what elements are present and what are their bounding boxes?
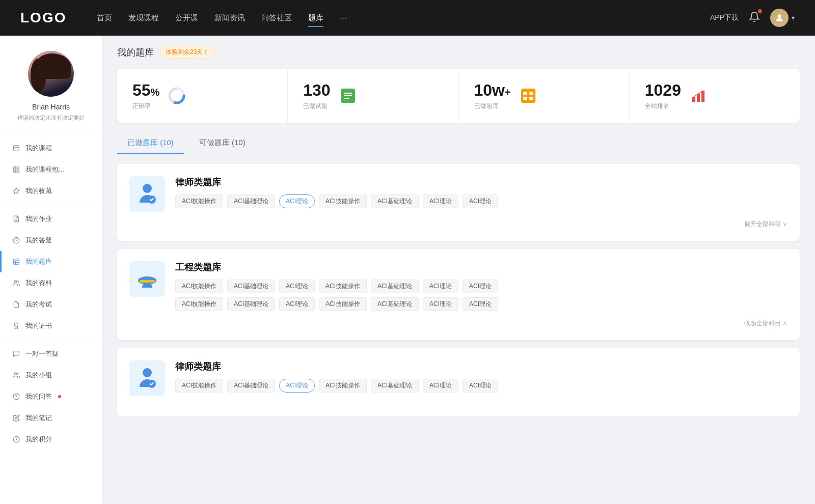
eng-tag-0[interactable]: ACI技能操作 [175,279,223,293]
sidebar-item-course-package[interactable]: 我的课程包... [0,159,102,180]
nav-home[interactable]: 首页 [97,11,112,25]
logo[interactable]: LOGO [20,10,66,26]
eng-tag-12[interactable]: ACI理论 [423,297,458,311]
qbank-card-engineer: 工程类题库 ACI技能操作 ACI基础理论 ACI理论 ACI技能操作 ACI基… [117,249,800,340]
list-icon [339,87,357,105]
sidebar-menu: 我的课程 我的课程包... 我的收藏 我的作业 [0,132,102,455]
svg-marker-7 [13,188,19,193]
stat-accuracy-value-wrap: 55% 正确率 [132,81,159,110]
law2-tag-4[interactable]: ACI基础理论 [371,379,419,393]
sidebar-item-my-qa[interactable]: 我的问答 [0,386,102,407]
eng-tag-7[interactable]: ACI技能操作 [175,297,223,311]
qbank-card-header: 律师类题库 ACI技能操作 ACI基础理论 ACI理论 ACI技能操作 ACI基… [129,176,787,212]
tag-1[interactable]: ACI基础理论 [227,194,275,208]
law2-tag-2-active[interactable]: ACI理论 [279,379,315,393]
svg-point-18 [14,373,17,375]
tag-6[interactable]: ACI理论 [463,194,498,208]
qbank-card-title-1: 律师类题库 [175,176,787,188]
svg-rect-1 [14,146,19,151]
app-download-button[interactable]: APP下载 [710,13,739,22]
qbank-icon [12,258,20,266]
sidebar-item-1on1[interactable]: 一对一答疑 [0,343,102,365]
oneone-icon [12,350,20,358]
stat-ranking-label: 全站排名 [645,102,681,110]
stat-accuracy-value: 55% [132,81,159,100]
qbank-tags-row-3: ACI技能操作 ACI基础理论 ACI理论 ACI技能操作 ACI基础理论 AC… [175,379,787,393]
tag-5[interactable]: ACI理论 [423,194,458,208]
qbank-tags-row-2b: ACI技能操作 ACI基础理论 ACI理论 ACI技能操作 ACI基础理论 AC… [175,297,787,311]
avatar [770,9,789,27]
divider [0,205,102,205]
navbar-right: APP下载 ▾ [710,9,795,27]
trial-badge: 体验剩余23天！ [160,46,214,59]
tag-3[interactable]: ACI技能操作 [319,194,367,208]
tag-4[interactable]: ACI基础理论 [371,194,419,208]
question-icon [12,236,20,244]
eng-tag-9[interactable]: ACI理论 [279,297,315,311]
expand-link-1[interactable]: 展开全部科目 ∨ [129,220,787,229]
nav-qa[interactable]: 问答社区 [261,11,292,25]
law2-tag-6[interactable]: ACI理论 [463,379,498,393]
sidebar-item-notes[interactable]: 我的笔记 [0,407,102,429]
qbank-lawyer2-header: 律师类题库 ACI技能操作 ACI基础理论 ACI理论 ACI技能操作 ACI基… [129,360,787,396]
sidebar-item-my-course[interactable]: 我的课程 [0,137,102,159]
sidebar-item-favorites[interactable]: 我的收藏 [0,180,102,202]
eng-tag-3[interactable]: ACI技能操作 [319,279,367,293]
qbank-tags-row-1: ACI技能操作 ACI基础理论 ACI理论 ACI技能操作 ACI基础理论 AC… [175,194,787,208]
qbank-lawyer2-title-section: 律师类题库 ACI技能操作 ACI基础理论 ACI理论 ACI技能操作 ACI基… [175,360,787,393]
qbank-icon-lawyer-2 [129,360,165,396]
eng-tag-8[interactable]: ACI基础理论 [227,297,275,311]
sidebar-item-exam[interactable]: 我的考试 [0,294,102,315]
tab-done-banks[interactable]: 已做题库 (10) [117,133,184,153]
tag-2-active[interactable]: ACI理论 [279,194,315,208]
nav-news[interactable]: 新闻资讯 [214,11,245,25]
tabs-row: 已做题库 (10) 可做题库 (10) [117,133,800,154]
collapse-link-2[interactable]: 收起全部科目 ∧ [129,319,787,328]
qbank-icon-lawyer [129,176,165,212]
sidebar-item-qbank[interactable]: 我的题库 [0,251,102,272]
ranking-chart-icon [689,87,708,105]
sidebar: Brian Harris 错误的决定比没有决定要好 我的课程 我的课程包... [0,36,102,504]
notification-bell-button[interactable] [749,11,760,24]
sidebar-item-group[interactable]: 我的小组 [0,365,102,386]
stat-ranking: 1029 全站排名 [630,69,800,123]
stats-row: 55% 正确率 130 已做试题 [117,69,800,123]
profile-icon [12,279,20,287]
eng-tag-11[interactable]: ACI基础理论 [371,297,419,311]
law2-tag-0[interactable]: ACI技能操作 [175,379,223,393]
eng-tag-1[interactable]: ACI基础理论 [227,279,275,293]
certificate-icon [12,322,20,330]
profile-motto: 错误的决定比没有决定要好 [17,114,85,122]
nav-open-course[interactable]: 公开课 [175,11,198,25]
svg-rect-32 [523,97,527,100]
eng-tag-10[interactable]: ACI技能操作 [319,297,367,311]
nav-more[interactable]: ··· [340,11,346,25]
sidebar-item-points[interactable]: 我的积分 [0,429,102,450]
law2-tag-5[interactable]: ACI理论 [423,379,458,393]
eng-tag-13[interactable]: ACI理论 [463,297,498,311]
stat-ranking-value: 1029 [645,81,681,100]
law2-tag-3[interactable]: ACI技能操作 [319,379,367,393]
eng-tag-5[interactable]: ACI理论 [423,279,458,293]
nav-discover[interactable]: 发现课程 [128,11,159,25]
table-icon [519,87,537,105]
sidebar-item-qa[interactable]: 我的答疑 [0,230,102,251]
eng-tag-6[interactable]: ACI理论 [463,279,498,293]
course-package-icon [12,165,20,174]
tag-0[interactable]: ACI技能操作 [175,194,223,208]
svg-point-0 [778,14,781,18]
group-icon [12,371,20,379]
sidebar-item-homework[interactable]: 我的作业 [0,208,102,230]
stat-done-banks-value: 10w+ [474,81,511,100]
sidebar-item-certificate[interactable]: 我的证书 [0,315,102,337]
tab-available-banks[interactable]: 可做题库 (10) [189,133,256,153]
sidebar-item-profile[interactable]: 我的资料 [0,272,102,294]
law2-tag-1[interactable]: ACI基础理论 [227,379,275,393]
user-avatar-button[interactable]: ▾ [770,9,795,27]
eng-tag-2[interactable]: ACI理论 [279,279,315,293]
eng-tag-4[interactable]: ACI基础理论 [371,279,419,293]
nav-qbank[interactable]: 题库 [308,11,323,25]
navbar: LOGO 首页 发现课程 公开课 新闻资讯 问答社区 题库 ··· APP下载 … [0,0,815,36]
notification-badge [758,9,762,13]
svg-rect-40 [140,280,155,283]
